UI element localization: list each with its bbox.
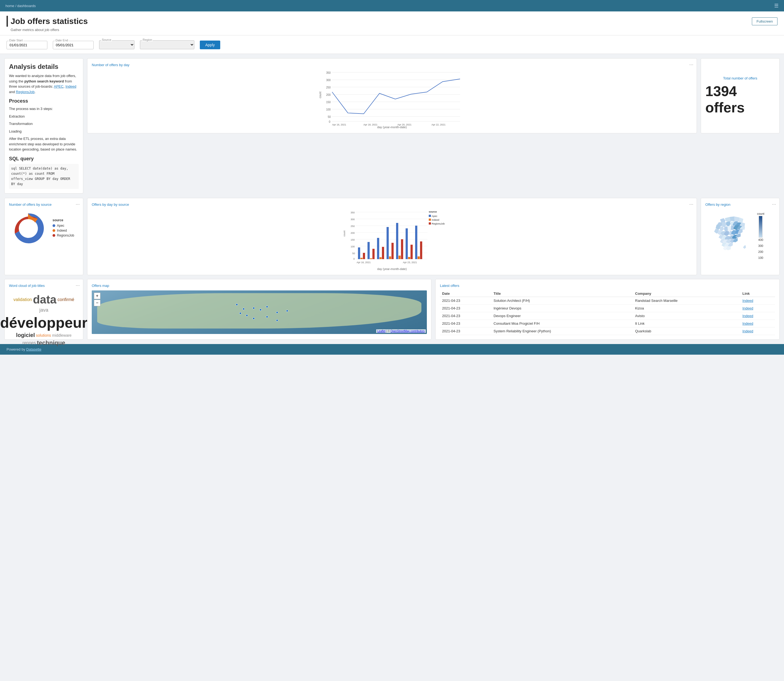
table-row: 2021-04-23 System Reliability Engineer (… — [440, 328, 775, 335]
offers-by-day-source-menu[interactable]: ··· — [689, 201, 693, 207]
map-pin — [276, 319, 278, 321]
page-footer: Powered by Datasette — [0, 344, 784, 355]
analysis-title: Analysis details — [9, 63, 79, 71]
osm-link[interactable]: OpenStreetMap contributors — [390, 329, 424, 333]
svg-text:100: 100 — [326, 108, 331, 111]
source-legend: source Apec Indeed RegionsJob — [52, 218, 74, 238]
zoom-out-button[interactable]: − — [94, 300, 100, 306]
analysis-body1: We wanted to analyze data from job offer… — [9, 73, 79, 95]
indeed-link[interactable]: Indeed — [65, 84, 76, 89]
donut-chart — [9, 209, 47, 247]
offer-company: Randstad Search Marseille — [633, 297, 740, 304]
source-select[interactable]: Apec Indeed RegionsJob — [99, 40, 135, 49]
legend-label-regionsjob: RegionsJob — [57, 234, 74, 238]
france-map-svg — [705, 209, 754, 264]
offer-date: 2021-04-23 — [440, 328, 491, 335]
donut-container: source Apec Indeed RegionsJob — [9, 209, 79, 247]
date-start-label: Date Start — [9, 39, 24, 42]
region-legend-title: count — [757, 212, 764, 215]
svg-text:Apr 16, 2021: Apr 16, 2021 — [356, 261, 371, 264]
regionsjob-link[interactable]: RegionsJob — [16, 90, 35, 94]
offer-link-indeed[interactable]: Indeed — [742, 314, 753, 318]
offer-link-indeed[interactable]: Indeed — [742, 306, 753, 310]
fullscreen-button[interactable]: Fullscreen — [752, 17, 778, 25]
page-title-group: Job offers statistics — [6, 16, 88, 27]
date-start-input[interactable] — [6, 41, 48, 49]
offer-link: Indeed — [740, 304, 775, 312]
offers-by-source-menu[interactable]: ··· — [76, 201, 80, 207]
offer-link-indeed[interactable]: Indeed — [742, 329, 753, 333]
map-placeholder: + − Leaflet | © OpenStreetMap contributo… — [92, 290, 427, 334]
datasette-link[interactable]: Datasette — [26, 347, 41, 352]
apply-button[interactable]: Apply — [200, 41, 220, 49]
region-select[interactable] — [140, 40, 194, 49]
offers-by-day-menu[interactable]: ··· — [689, 62, 693, 68]
map-land — [97, 293, 421, 328]
offer-link: Indeed — [740, 297, 775, 304]
svg-rect-54 — [405, 228, 408, 259]
svg-rect-42 — [367, 242, 370, 259]
page-subtitle: Gather metrics about job offers — [11, 28, 778, 32]
process-body: The process was in 3 steps: — [9, 106, 79, 112]
region-scale-300: 300 — [758, 244, 763, 247]
source-wrapper: Source Apec Indeed RegionsJob — [99, 40, 135, 49]
offers-by-region-menu[interactable]: ··· — [772, 201, 776, 207]
page-title: Job offers statistics — [11, 17, 88, 26]
word-cloud-menu[interactable]: ··· — [76, 282, 80, 288]
etl-body: After the ETL process, an extra data enr… — [9, 136, 79, 152]
offer-title: Solution Architect (F/H) — [491, 297, 633, 304]
legend-regionsjob: RegionsJob — [52, 234, 74, 238]
svg-text:Apec: Apec — [432, 215, 437, 217]
word-validation: validation — [13, 297, 32, 302]
svg-rect-44 — [372, 249, 375, 259]
svg-text:200: 200 — [351, 232, 355, 234]
col-date: Date — [440, 290, 491, 297]
date-start-wrapper: Date Start — [6, 41, 48, 49]
leaflet-link[interactable]: Leaflet — [377, 329, 385, 333]
col-company: Company — [633, 290, 740, 297]
offers-by-region-card: ··· Offers by region — [701, 198, 780, 275]
zoom-in-button[interactable]: + — [94, 293, 100, 299]
table-row: 2021-04-23 Consultant Moa Progiciel F/H … — [440, 320, 775, 328]
total-offers-value: 1394 offers — [705, 83, 775, 116]
total-offers-title: Total number of offers — [723, 76, 757, 80]
svg-text:0: 0 — [353, 258, 355, 260]
svg-rect-51 — [396, 223, 398, 259]
word-technique: technique — [37, 339, 65, 347]
offer-company: It Link — [633, 320, 740, 328]
legend-label-apec: Apec — [57, 224, 64, 228]
apec-link[interactable]: APEC — [54, 84, 63, 89]
sql-block: sql SELECT date(date) as day, count(*) a… — [9, 164, 79, 189]
date-end-input[interactable] — [53, 41, 93, 49]
svg-text:source: source — [429, 211, 437, 213]
region-label: Region — [142, 38, 153, 41]
word-cloud-title: Word cloud of job titles — [9, 283, 79, 288]
svg-rect-55 — [408, 257, 410, 259]
svg-text:50: 50 — [352, 252, 355, 255]
svg-rect-45 — [377, 238, 379, 259]
svg-rect-46 — [380, 257, 382, 259]
offers-by-day-source-card: ··· Offers by day by source 350 300 250 … — [87, 198, 697, 275]
svg-rect-47 — [382, 247, 384, 259]
svg-text:50: 50 — [328, 116, 331, 119]
filters-row: Date Start Date End Source Apec Indeed R… — [0, 35, 784, 54]
region-scale-200: 200 — [758, 250, 763, 253]
svg-rect-53 — [401, 239, 403, 259]
svg-text:300: 300 — [326, 79, 331, 82]
total-offers-card: Total number of offers 1394 offers — [701, 58, 780, 133]
offer-link-indeed[interactable]: Indeed — [742, 321, 753, 326]
svg-text:0: 0 — [329, 120, 331, 123]
table-row: 2021-04-23 Ingénieur Devops Kizoa Indeed — [440, 304, 775, 312]
hamburger-icon[interactable]: ☰ — [774, 3, 779, 9]
offer-link: Indeed — [740, 312, 775, 320]
svg-rect-49 — [389, 257, 391, 259]
offer-title: Ingénieur Devops — [491, 304, 633, 312]
word-data: data — [33, 293, 56, 306]
offer-date: 2021-04-23 — [440, 320, 491, 328]
legend-dot-regionsjob — [52, 234, 55, 237]
latest-offers-title: Latest offers — [440, 283, 775, 288]
word-cloud-card: ··· Word cloud of job titles validation … — [4, 279, 83, 340]
offer-link-indeed[interactable]: Indeed — [742, 299, 753, 302]
svg-rect-50 — [391, 243, 394, 259]
word-java: java — [39, 307, 48, 313]
